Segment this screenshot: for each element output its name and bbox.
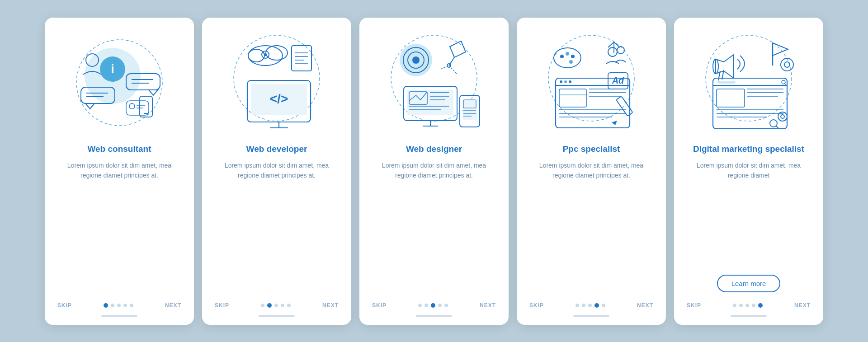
card-title-web-consultant: Web consultant <box>87 144 151 154</box>
dot-2[interactable] <box>431 303 435 308</box>
card-title-web-designer: Web designer <box>406 144 462 154</box>
dots-digital-marketing <box>733 303 763 308</box>
bottom-bar-web-developer <box>259 315 295 317</box>
svg-rect-13 <box>140 96 152 117</box>
dot-2[interactable] <box>117 304 121 307</box>
svg-point-75 <box>564 80 567 83</box>
card-body-web-consultant: Lorem ipsum dolor sit dim amet, mea regi… <box>57 160 181 296</box>
dot-3[interactable] <box>123 304 127 307</box>
dot-3[interactable] <box>752 304 755 307</box>
skip-button-web-consultant[interactable]: SKIP <box>57 302 72 309</box>
bottom-bar-ppc-specialist <box>573 315 609 317</box>
card-body-web-developer: Lorem ipsum dolor sit dim amet, mea regi… <box>215 160 339 296</box>
dot-4[interactable] <box>444 304 448 307</box>
card-web-designer: Web designerLorem ipsum dolor sit dim am… <box>359 18 509 325</box>
illustration-web-consultant: i <box>65 28 174 137</box>
svg-rect-79 <box>559 89 586 107</box>
dot-1[interactable] <box>582 304 585 307</box>
bottom-bar-digital-marketing <box>731 315 767 317</box>
dot-2[interactable] <box>745 304 749 307</box>
dot-1[interactable] <box>425 304 428 307</box>
svg-text:</>: </> <box>270 92 288 106</box>
dots-web-designer <box>418 303 448 308</box>
dot-4[interactable] <box>602 304 605 307</box>
svg-point-64 <box>554 48 581 68</box>
next-button-digital-marketing[interactable]: NEXT <box>794 302 811 309</box>
svg-point-67 <box>571 55 575 58</box>
skip-button-web-developer[interactable]: SKIP <box>215 302 229 309</box>
svg-point-69 <box>608 47 617 56</box>
svg-marker-5 <box>85 103 94 109</box>
svg-point-96 <box>784 62 790 67</box>
card-title-web-developer: Web developer <box>246 144 307 154</box>
next-button-ppc-specialist[interactable]: NEXT <box>637 302 653 309</box>
svg-marker-88 <box>612 121 617 125</box>
dot-0[interactable] <box>261 304 264 307</box>
skip-button-web-designer[interactable]: SKIP <box>372 302 387 309</box>
card-web-consultant: i Web consultantLorem ipsum dolor sit di… <box>45 18 194 325</box>
skip-button-ppc-specialist[interactable]: SKIP <box>529 302 544 309</box>
illustration-web-developer: </> <box>222 28 331 137</box>
card-footer-web-designer: SKIPNEXT <box>372 302 496 310</box>
svg-point-110 <box>781 115 784 118</box>
bottom-bar-web-designer <box>416 315 452 317</box>
dot-3[interactable] <box>594 303 599 308</box>
card-ppc-specialist: Ad Ppc specialistLorem ipsum dolor sit d… <box>517 18 666 325</box>
dot-3[interactable] <box>281 304 284 307</box>
svg-point-76 <box>569 80 571 83</box>
learn-more-button[interactable]: Learn more <box>717 275 781 292</box>
next-button-web-designer[interactable]: NEXT <box>480 302 496 309</box>
svg-point-65 <box>560 55 564 58</box>
next-button-web-consultant[interactable]: NEXT <box>165 302 181 309</box>
svg-point-74 <box>560 80 562 83</box>
svg-point-66 <box>566 52 569 56</box>
svg-rect-25 <box>292 46 311 71</box>
dots-web-developer <box>261 303 291 308</box>
skip-button-digital-marketing[interactable]: SKIP <box>687 302 701 309</box>
svg-point-24 <box>264 53 267 56</box>
dot-4[interactable] <box>758 303 763 308</box>
next-button-web-developer[interactable]: NEXT <box>322 302 339 309</box>
dots-web-consultant <box>104 303 133 308</box>
dot-2[interactable] <box>588 304 592 307</box>
card-footer-web-consultant: SKIPNEXT <box>57 302 181 310</box>
cards-container: i Web consultantLorem ipsum dolor sit di… <box>45 18 823 325</box>
dot-0[interactable] <box>576 304 579 307</box>
svg-marker-9 <box>149 90 158 95</box>
dot-4[interactable] <box>130 304 133 307</box>
dot-4[interactable] <box>287 304 291 307</box>
bottom-bar-web-consultant <box>101 315 137 317</box>
dot-1[interactable] <box>739 304 743 307</box>
card-title-ppc-specialist: Ppc specialist <box>563 144 620 154</box>
card-footer-digital-marketing: SKIPNEXT <box>687 302 811 310</box>
svg-point-111 <box>770 120 777 127</box>
svg-rect-102 <box>717 89 745 107</box>
dot-0[interactable] <box>104 303 108 308</box>
svg-point-95 <box>781 58 793 71</box>
illustration-web-designer <box>380 28 488 137</box>
svg-line-101 <box>784 83 786 85</box>
svg-text:Ad: Ad <box>612 75 624 85</box>
svg-line-43 <box>449 66 457 74</box>
card-body-ppc-specialist: Lorem ipsum dolor sit dim amet, mea regi… <box>529 160 653 296</box>
card-title-digital-marketing: Digital marketing specialist <box>693 144 804 154</box>
dot-2[interactable] <box>274 304 278 307</box>
illustration-ppc-specialist: Ad <box>537 28 646 137</box>
card-body-digital-marketing: Lorem ipsum dolor sit dim amet, mea regi… <box>687 160 811 273</box>
illustration-digital-marketing <box>694 28 803 137</box>
dot-1[interactable] <box>111 304 114 307</box>
dot-0[interactable] <box>733 304 736 307</box>
svg-rect-99 <box>717 81 736 84</box>
card-footer-web-developer: SKIPNEXT <box>215 302 339 310</box>
dot-1[interactable] <box>267 303 272 308</box>
card-body-web-designer: Lorem ipsum dolor sit dim amet, mea regi… <box>372 160 496 296</box>
svg-rect-58 <box>462 99 477 120</box>
card-digital-marketing: Digital marketing specialistLorem ipsum … <box>674 18 823 325</box>
svg-point-39 <box>412 56 420 64</box>
dots-ppc-specialist <box>576 303 605 308</box>
card-web-developer: </> Web developerLorem ipsum dolor sit d… <box>202 18 351 325</box>
svg-point-70 <box>617 47 624 54</box>
dot-3[interactable] <box>438 304 442 307</box>
svg-point-16 <box>129 103 135 109</box>
dot-0[interactable] <box>418 304 422 307</box>
